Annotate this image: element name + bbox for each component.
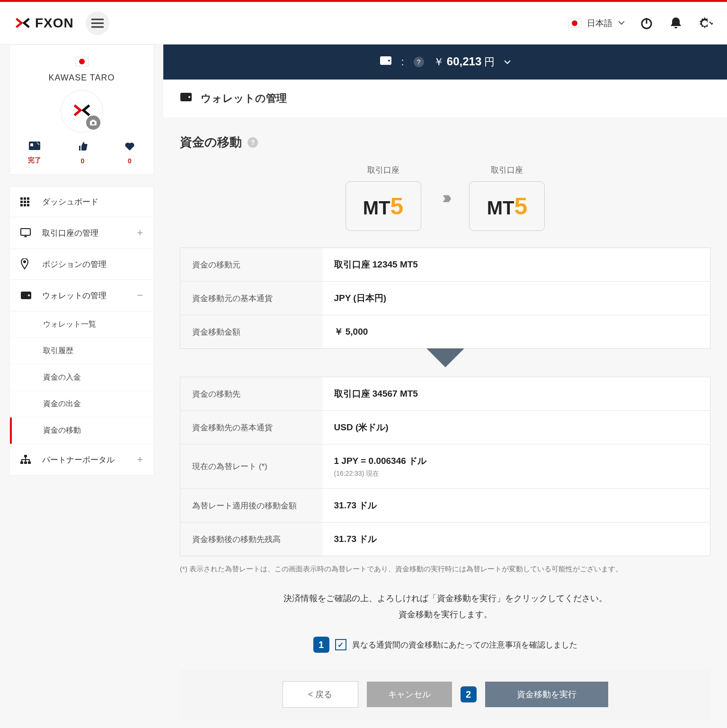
dest-table: 資金の移動先取引口座 34567 MT5 資金移動先の基本通貨USD (米ドル)…: [180, 377, 710, 556]
thumbs-up-icon: [77, 141, 88, 154]
svg-point-3: [92, 122, 95, 124]
svg-rect-10: [24, 201, 26, 203]
balance-amount: ￥ 60,213 円: [434, 55, 495, 69]
svg-rect-11: [27, 201, 29, 203]
sub-wallet-list[interactable]: ウォレット一覧: [10, 311, 153, 338]
balance-bar[interactable]: : ? ￥ 60,213 円: [163, 44, 727, 80]
nav-accounts[interactable]: 取引口座の管理 +: [10, 217, 153, 249]
stat-thumbs: 0: [77, 141, 88, 165]
submit-button[interactable]: 資金移動を実行: [485, 682, 608, 707]
logo-mark-icon: [14, 17, 31, 30]
svg-rect-5: [30, 143, 33, 146]
svg-rect-8: [27, 197, 29, 200]
sub-deposit[interactable]: 資金の入金: [10, 364, 153, 391]
rate-note: (*) 表示された為替レートは、この画面表示時の為替レートであり、資金移動の実行…: [180, 565, 710, 574]
sidebar: KAWASE TARO 完了 0: [0, 44, 163, 728]
language-selector[interactable]: 日本語: [568, 18, 625, 29]
sub-history[interactable]: 取引履歴: [10, 338, 153, 364]
arrows-right-icon: ›››: [443, 188, 448, 208]
page-title: ウォレットの管理: [201, 91, 287, 106]
transfer-visual: 取引口座 MT5 ››› 取引口座 MT5: [180, 165, 710, 231]
help-icon[interactable]: ?: [248, 137, 258, 148]
power-icon: [640, 17, 653, 30]
id-card-icon: [28, 141, 41, 153]
bell-icon: [670, 17, 682, 30]
plus-icon: +: [137, 227, 143, 239]
svg-rect-22: [28, 462, 31, 464]
svg-rect-6: [20, 197, 23, 200]
svg-rect-13: [24, 204, 26, 206]
confirm-text: 決済情報をご確認の上、よろしければ「資金移動を実行」をクリックしてください。 資…: [180, 590, 710, 622]
button-row: < 戻る キャンセル 2 資金移動を実行: [180, 669, 710, 719]
japan-flag-icon: [568, 18, 581, 28]
nav-partner[interactable]: パートナーポータル +: [10, 444, 153, 475]
hamburger-menu-button[interactable]: [86, 11, 109, 35]
nav-dashboard[interactable]: ダッシュボード: [10, 187, 153, 217]
dest-account-box: 取引口座 MT5: [469, 165, 545, 231]
nav-positions[interactable]: ポジションの管理: [10, 249, 153, 280]
svg-rect-9: [20, 201, 23, 203]
svg-rect-2: [92, 120, 95, 121]
language-label: 日本語: [587, 18, 612, 29]
main-header: FXON 日本語: [0, 2, 727, 44]
logo[interactable]: FXON: [14, 16, 74, 31]
chevron-down-icon: [618, 21, 625, 25]
avatar[interactable]: [61, 90, 103, 133]
wallet-icon: [20, 291, 33, 300]
chevron-down-icon: [504, 60, 511, 64]
profile-card: KAWASE TARO 完了 0: [9, 44, 154, 175]
wallet-icon: [180, 92, 192, 105]
svg-rect-12: [20, 204, 23, 206]
svg-point-16: [23, 260, 26, 263]
pin-icon: [20, 258, 33, 270]
nav-menu: ダッシュボード 取引口座の管理 + ポジションの管理 ウォレットの管理 − ウォ…: [9, 186, 154, 476]
svg-rect-15: [21, 229, 30, 235]
source-table: 資金の移動元取引口座 12345 MT5 資金移動元の基本通貨JPY (日本円)…: [180, 248, 710, 349]
svg-rect-14: [27, 204, 29, 206]
stat-complete: 完了: [28, 141, 41, 165]
section-title: 資金の移動 ?: [180, 134, 710, 151]
power-button[interactable]: [639, 16, 654, 31]
step-badge-1: 1: [313, 637, 329, 653]
svg-rect-7: [24, 197, 26, 200]
confirm-checkbox[interactable]: ✓: [335, 639, 346, 650]
minus-icon: −: [137, 289, 143, 302]
grid-icon: [20, 197, 33, 207]
gear-icon: [698, 16, 708, 30]
sub-transfer[interactable]: 資金の移動: [10, 417, 153, 444]
svg-rect-21: [24, 462, 27, 464]
camera-icon[interactable]: [86, 115, 100, 130]
confirm-checkbox-row: 1 ✓ 異なる通貨間の資金移動にあたっての注意事項を確認しました: [180, 637, 710, 653]
hamburger-icon: [91, 18, 104, 28]
main-content: : ? ￥ 60,213 円 ウォレットの管理 資金の移動 ? 取引口座 MT5: [163, 44, 727, 728]
plus-icon: +: [137, 453, 143, 466]
stat-hearts: 0: [124, 141, 135, 165]
settings-button[interactable]: [698, 16, 713, 31]
notifications-button[interactable]: [668, 16, 683, 31]
svg-rect-20: [20, 462, 23, 464]
checkbox-label: 異なる通貨間の資金移動にあたっての注意事項を確認しました: [352, 639, 577, 650]
monitor-icon: [20, 228, 33, 238]
svg-point-24: [388, 60, 390, 62]
svg-point-26: [188, 96, 190, 98]
back-button[interactable]: < 戻る: [283, 681, 358, 708]
chevron-down-icon: [709, 21, 713, 25]
profile-name: KAWASE TARO: [10, 73, 153, 83]
heart-icon: [124, 141, 135, 154]
help-icon[interactable]: ?: [414, 57, 424, 67]
step-badge-2: 2: [461, 686, 477, 702]
nav-wallet[interactable]: ウォレットの管理 −: [10, 280, 153, 311]
arrow-down-icon: [180, 348, 710, 367]
cancel-button[interactable]: キャンセル: [367, 682, 452, 707]
source-account-box: 取引口座 MT5: [346, 165, 421, 231]
sitemap-icon: [20, 455, 33, 464]
logo-text: FXON: [35, 16, 74, 31]
svg-point-18: [28, 294, 30, 296]
page-title-bar: ウォレットの管理: [163, 80, 727, 117]
japan-flag-icon: [75, 57, 89, 66]
svg-rect-19: [24, 455, 27, 457]
wallet-icon: [380, 56, 392, 68]
sub-withdrawal[interactable]: 資金の出金: [10, 391, 153, 417]
